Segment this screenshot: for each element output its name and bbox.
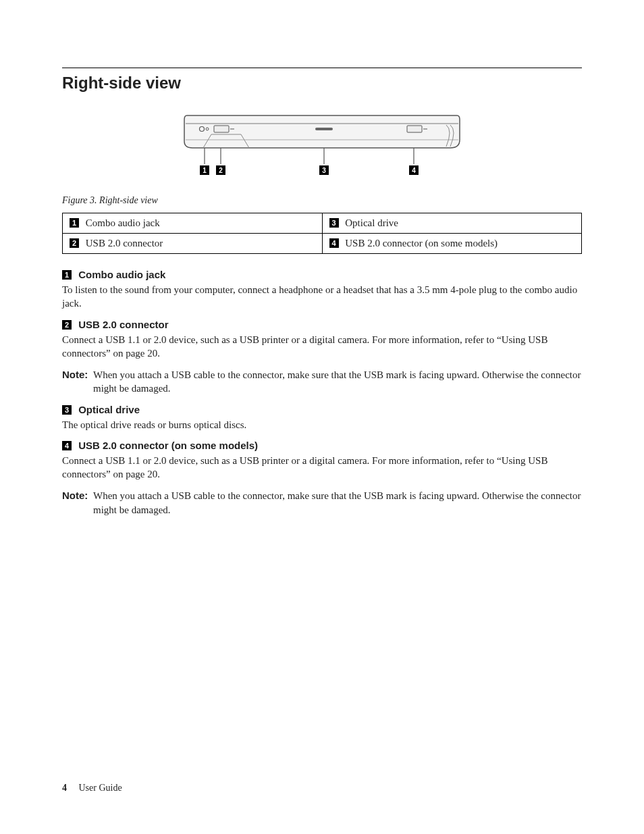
callout-number-icon: 4 <box>62 441 72 450</box>
item-body: Connect a USB 1.1 or 2.0 device, such as… <box>62 333 582 361</box>
callout-cell: 2 USB 2.0 connector <box>63 234 323 254</box>
figure-right-side-view: 1 2 3 4 <box>62 110 582 187</box>
svg-text:3: 3 <box>322 167 326 174</box>
item-heading-combo-audio: 1 Combo audio jack <box>62 269 582 280</box>
note-label: Note: <box>62 489 92 517</box>
item-heading-text: Optical drive <box>78 404 140 415</box>
item-heading-optical: 3 Optical drive <box>62 404 582 415</box>
svg-text:2: 2 <box>219 167 223 174</box>
svg-text:1: 1 <box>203 167 207 174</box>
doc-title: User Guide <box>79 783 122 793</box>
item-body: The optical drive reads or burns optical… <box>62 418 582 432</box>
callout-number-icon: 2 <box>70 238 79 248</box>
note: Note: When you attach a USB cable to the… <box>62 368 582 396</box>
callout-number-icon: 1 <box>62 270 72 280</box>
callout-cell: 3 Optical drive <box>322 213 582 234</box>
callout-label: USB 2.0 connector (on some models) <box>345 238 498 249</box>
callout-number-icon: 4 <box>329 238 339 248</box>
item-heading-text: Combo audio jack <box>78 269 165 280</box>
page-footer: 4 User Guide <box>62 783 122 793</box>
callout-cell: 4 USB 2.0 connector (on some models) <box>322 234 582 254</box>
callout-label: Optical drive <box>345 217 398 228</box>
callout-cell: 1 Combo audio jack <box>63 213 323 234</box>
callout-table: 1 Combo audio jack 3 Optical drive 2 USB… <box>62 213 582 254</box>
svg-text:4: 4 <box>412 167 416 174</box>
table-row: 1 Combo audio jack 3 Optical drive <box>63 213 582 234</box>
callout-number-icon: 3 <box>62 405 72 415</box>
figure-caption: Figure 3. Right-side view <box>62 195 582 206</box>
laptop-side-diagram: 1 2 3 4 <box>180 110 464 184</box>
item-body: Connect a USB 1.1 or 2.0 device, such as… <box>62 454 582 481</box>
table-row: 2 USB 2.0 connector 4 USB 2.0 connector … <box>63 234 582 254</box>
section-title: Right-side view <box>62 74 582 93</box>
page: Right-side view <box>0 0 644 834</box>
svg-rect-3 <box>214 126 229 132</box>
note: Note: When you attach a USB cable to the… <box>62 489 582 517</box>
top-rule <box>62 68 582 68</box>
callout-number-icon: 2 <box>62 320 72 330</box>
svg-rect-5 <box>315 128 333 130</box>
note-text: When you attach a USB cable to the conne… <box>92 489 582 517</box>
item-heading-text: USB 2.0 connector (on some models) <box>78 440 258 451</box>
item-body: To listen to the sound from your compute… <box>62 283 582 311</box>
callout-number-icon: 1 <box>70 218 79 228</box>
callout-label: USB 2.0 connector <box>86 238 163 249</box>
item-heading-usb-some: 4 USB 2.0 connector (on some models) <box>62 440 582 451</box>
page-number: 4 <box>62 783 67 793</box>
note-text: When you attach a USB cable to the conne… <box>92 368 582 396</box>
item-heading-text: USB 2.0 connector <box>78 319 168 330</box>
item-heading-usb: 2 USB 2.0 connector <box>62 319 582 330</box>
callout-label: Combo audio jack <box>86 217 160 228</box>
callout-number-icon: 3 <box>329 218 339 228</box>
note-label: Note: <box>62 368 92 396</box>
svg-rect-8 <box>407 126 422 132</box>
